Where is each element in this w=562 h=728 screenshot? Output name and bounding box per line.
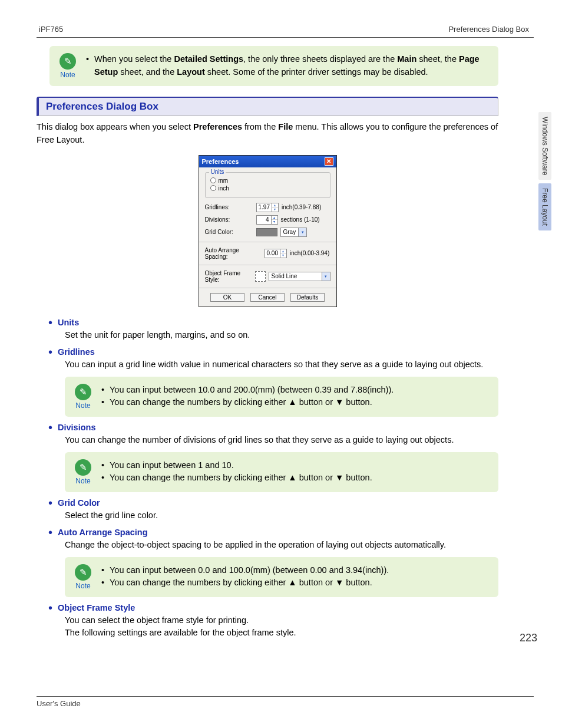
note-label: Note [60, 71, 75, 79]
intro-paragraph: This dialog box appears when you select … [37, 121, 498, 147]
radio-inch[interactable]: inch [210, 185, 325, 192]
topic-frame: Object Frame Style You can select the ob… [48, 603, 498, 639]
gridcolor-swatch [256, 228, 277, 236]
topic-title: Units [58, 318, 79, 327]
dialog-titlebar: Preferences ✕ [199, 156, 336, 167]
note-item: You can input between 10.0 and 200.0(mm)… [101, 384, 394, 397]
topic-title: Gridlines [58, 347, 95, 357]
topic-body: You can select the object frame style fo… [65, 614, 498, 627]
spacing-hint: inch(0.00-3.94) [290, 250, 329, 256]
topic-title: Divisions [58, 423, 95, 432]
frame-preview-icon [255, 271, 266, 282]
close-icon[interactable]: ✕ [325, 157, 333, 166]
topic-body: The following settings are available for… [65, 627, 498, 639]
header-left: iPF765 [39, 25, 63, 34]
spacing-spinner[interactable]: 0.00▴▾ [265, 249, 287, 258]
pencil-icon: ✎ [75, 564, 91, 581]
dialog-title: Preferences [202, 158, 239, 165]
note-item: You can change the numbers by clicking e… [101, 577, 389, 589]
topic-body: You can input a grid line width value in… [65, 358, 498, 371]
topic-divisions: Divisions You can change the number of d… [48, 423, 498, 492]
topic-title: Auto Arrange Spacing [58, 528, 148, 537]
frame-label: Object Frame Style: [205, 270, 252, 283]
topic-spacing: Auto Arrange Spacing Change the object-t… [48, 528, 498, 597]
side-tab-free-layout[interactable]: Free Layout [538, 183, 551, 230]
header-rule [37, 37, 534, 38]
topic-title: Object Frame Style [58, 603, 135, 612]
ok-button[interactable]: OK [210, 293, 244, 302]
note-item: You can input between 1 and 10. [101, 459, 372, 472]
note-label: Note [75, 582, 90, 590]
note-label: Note [75, 401, 90, 410]
gridlines-hint: inch(0.39-7.88) [282, 204, 321, 210]
preferences-dialog: Preferences ✕ Units mm inch Gridlines: 1… [199, 155, 337, 307]
note-item: You can change the numbers by clicking e… [101, 472, 372, 485]
side-tab-windows-software[interactable]: Windows Software [538, 112, 551, 180]
frame-combo[interactable]: Solid Line▾ [269, 272, 330, 281]
top-note-item: When you select the Detailed Settings, t… [86, 53, 490, 79]
section-heading-bar: Preferences Dialog Box [37, 97, 498, 116]
topic-gridlines: Gridlines You can input a grid line widt… [48, 347, 498, 417]
pencil-icon: ✎ [75, 384, 91, 400]
topic-body: Set the unit for paper length, margins, … [65, 329, 498, 341]
topic-body: Select the grid line color. [65, 509, 498, 522]
header-right: Preferences Dialog Box [448, 25, 529, 34]
footer-rule [37, 696, 534, 697]
units-legend: Units [209, 169, 226, 175]
topic-units: Units Set the unit for paper length, mar… [48, 318, 498, 341]
section-title: Preferences Dialog Box [46, 101, 158, 112]
footer-text: User's Guide [37, 699, 534, 708]
topic-body: You can change the number of divisions o… [65, 434, 498, 446]
gridlines-label: Gridlines: [205, 204, 253, 210]
gridlines-spinner[interactable]: 1.97▴▾ [256, 203, 279, 212]
top-note: ✎ Note When you select the Detailed Sett… [49, 46, 498, 86]
topic-gridcolor: Grid Color Select the grid line color. [48, 498, 498, 522]
divisions-spinner[interactable]: 4▴▾ [256, 215, 278, 225]
defaults-button[interactable]: Defaults [290, 293, 325, 302]
pencil-icon: ✎ [75, 459, 91, 476]
topic-title: Grid Color [58, 498, 100, 508]
topic-body: Change the object-to-object spacing to b… [65, 539, 498, 551]
cancel-button[interactable]: Cancel [250, 293, 285, 302]
divisions-hint: sections (1-10) [281, 216, 320, 223]
gridcolor-label: Grid Color: [205, 229, 253, 235]
note-label: Note [75, 477, 90, 485]
units-fieldset: Units mm inch [205, 172, 330, 198]
note-item: You can input between 0.0 and 100.0(mm) … [101, 564, 389, 577]
radio-mm[interactable]: mm [210, 177, 325, 184]
gridcolor-combo[interactable]: Gray▾ [280, 228, 308, 237]
page-number: 223 [520, 632, 537, 644]
spacing-label: Auto Arrange Spacing: [205, 247, 262, 260]
divisions-label: Divisions: [205, 216, 253, 223]
pencil-icon: ✎ [59, 53, 76, 70]
note-item: You can change the numbers by clicking e… [101, 396, 394, 409]
